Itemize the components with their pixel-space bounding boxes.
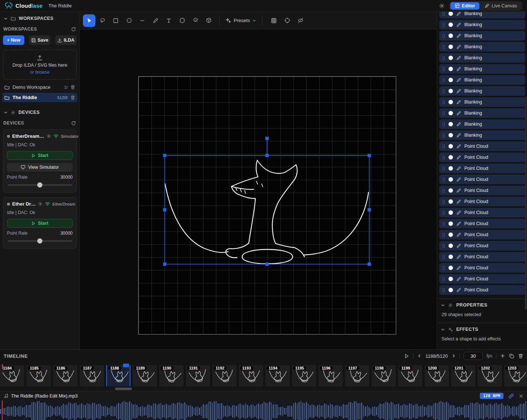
rename-pencil-icon[interactable] <box>456 210 461 215</box>
browse-link[interactable]: or browse <box>30 70 50 75</box>
layer-color-swatch[interactable] <box>449 89 453 93</box>
layer-color-swatch[interactable] <box>449 122 453 126</box>
workspaces-section-header[interactable]: WORKSPACES <box>0 12 80 24</box>
timeline-frame[interactable]: 1198 <box>371 365 396 386</box>
rename-pencil-icon[interactable] <box>456 232 461 237</box>
drag-handle-icon[interactable] <box>442 177 445 182</box>
layer-color-swatch[interactable] <box>449 177 453 182</box>
timeline-frame[interactable]: 1203 <box>504 365 527 386</box>
playhead-handle[interactable] <box>123 364 129 367</box>
drag-handle-icon[interactable] <box>442 122 445 127</box>
next-frame-button[interactable] <box>451 354 456 358</box>
layer-color-swatch[interactable] <box>449 111 453 115</box>
tool-pen[interactable] <box>149 14 162 27</box>
timeline-frame[interactable]: 1195 <box>292 365 316 386</box>
layer-row[interactable]: Blanking <box>439 64 525 74</box>
layer-color-swatch[interactable] <box>449 277 453 281</box>
view-simulator-button[interactable]: View Simulator <box>7 163 73 172</box>
drag-handle-icon[interactable] <box>442 144 445 149</box>
rename-pencil-icon[interactable] <box>456 34 461 38</box>
timeline-frame[interactable]: 1194 <box>265 365 290 386</box>
layer-row[interactable]: Blanking <box>439 108 525 118</box>
rename-pencil-icon[interactable] <box>456 155 461 160</box>
rename-pencil-icon[interactable] <box>456 188 461 193</box>
timeline-frame[interactable]: 1199 <box>398 365 422 386</box>
tool-select[interactable] <box>83 14 95 27</box>
timeline-frame[interactable]: 1188 <box>106 365 130 386</box>
drag-handle-icon[interactable] <box>442 111 445 116</box>
timeline-frame[interactable]: 1187 <box>80 365 104 386</box>
drag-handle-icon[interactable] <box>442 56 445 60</box>
layer-color-swatch[interactable] <box>449 188 453 193</box>
layers-scrollbar[interactable] <box>525 97 527 309</box>
layer-color-swatch[interactable] <box>449 210 453 215</box>
layer-color-swatch[interactable] <box>449 22 453 27</box>
drag-handle-icon[interactable] <box>442 232 445 237</box>
timeline-hscroll-thumb[interactable] <box>115 388 132 390</box>
layer-row[interactable]: Point Cloud <box>439 164 525 173</box>
layer-row[interactable]: Blanking <box>439 97 525 107</box>
layer-row[interactable]: Point Cloud <box>439 285 525 295</box>
workspace-row[interactable]: Demo Workspace 1f <box>2 83 77 92</box>
layer-row[interactable]: Blanking <box>439 119 525 129</box>
drag-handle-icon[interactable] <box>442 100 445 105</box>
toggle-blanking-visibility[interactable] <box>294 14 307 27</box>
layer-row[interactable]: Point Cloud <box>439 186 525 195</box>
layer-row[interactable]: Point Cloud <box>439 153 525 162</box>
refresh-icon[interactable] <box>71 121 76 126</box>
timeline-frame[interactable]: 1191 <box>186 365 210 386</box>
tool-lasso[interactable] <box>96 14 109 27</box>
layer-row[interactable]: Point Cloud <box>439 230 525 239</box>
layer-row[interactable]: Blanking <box>439 53 525 63</box>
rename-pencil-icon[interactable] <box>456 67 461 71</box>
ilda-export-button[interactable]: ILDA <box>55 35 77 45</box>
rename-pencil-icon[interactable] <box>456 100 461 105</box>
drag-handle-icon[interactable] <box>442 255 445 259</box>
tab-editor[interactable]: Editor <box>450 2 479 10</box>
layer-row[interactable]: Blanking <box>439 12 525 18</box>
properties-header[interactable]: PROPERTIES <box>437 299 527 311</box>
drag-handle-icon[interactable] <box>442 22 445 27</box>
layer-row[interactable]: Blanking <box>439 130 525 140</box>
drag-handle-icon[interactable] <box>442 266 445 270</box>
layer-row[interactable]: Blanking <box>439 42 525 52</box>
tool-rectangle[interactable] <box>109 14 122 27</box>
timeline-frame[interactable]: 1190 <box>159 365 184 386</box>
timeline-frame[interactable]: 1184 <box>0 365 24 386</box>
selection-rect[interactable] <box>165 155 369 264</box>
prev-frame-button[interactable] <box>417 354 422 358</box>
timeline-frame[interactable]: 1189 <box>133 365 157 386</box>
rename-pencil-icon[interactable] <box>456 89 461 94</box>
refresh-icon[interactable] <box>71 27 76 32</box>
rename-pencil-icon[interactable] <box>456 221 461 226</box>
effects-header[interactable]: EFFECTS <box>437 323 527 335</box>
devices-section-header[interactable]: DEVICES <box>0 106 80 118</box>
toggle-grid[interactable] <box>268 14 280 27</box>
layer-color-swatch[interactable] <box>449 34 453 38</box>
rename-pencil-icon[interactable] <box>456 255 461 259</box>
rename-pencil-icon[interactable] <box>456 177 461 182</box>
drag-handle-icon[interactable] <box>442 67 445 71</box>
timeline-frame[interactable]: 1197 <box>345 365 369 386</box>
layer-color-swatch[interactable] <box>449 155 453 160</box>
drag-handle-icon[interactable] <box>442 288 445 293</box>
layer-row[interactable]: Blanking <box>439 31 525 41</box>
layer-row[interactable]: Point Cloud <box>439 175 525 184</box>
tool-circle[interactable] <box>123 14 135 27</box>
rename-pencil-icon[interactable] <box>456 122 461 127</box>
timeline-frame[interactable]: 1192 <box>212 365 237 386</box>
delete-workspace-icon[interactable] <box>70 95 75 100</box>
layer-row[interactable]: Point Cloud <box>439 241 525 251</box>
link-icon[interactable] <box>509 393 514 399</box>
layer-row[interactable]: Point Cloud <box>439 274 525 284</box>
layer-color-swatch[interactable] <box>449 232 453 237</box>
layer-row[interactable]: Point Cloud <box>439 197 525 206</box>
drag-handle-icon[interactable] <box>442 277 445 281</box>
workspace-row[interactable]: The Riddle 5120f <box>2 93 77 102</box>
tool-spiral[interactable] <box>189 14 202 27</box>
layer-color-swatch[interactable] <box>449 244 453 248</box>
rename-pencil-icon[interactable] <box>456 277 461 281</box>
device-settings-icon[interactable] <box>38 202 43 206</box>
drag-handle-icon[interactable] <box>442 89 445 94</box>
drag-handle-icon[interactable] <box>442 188 445 193</box>
